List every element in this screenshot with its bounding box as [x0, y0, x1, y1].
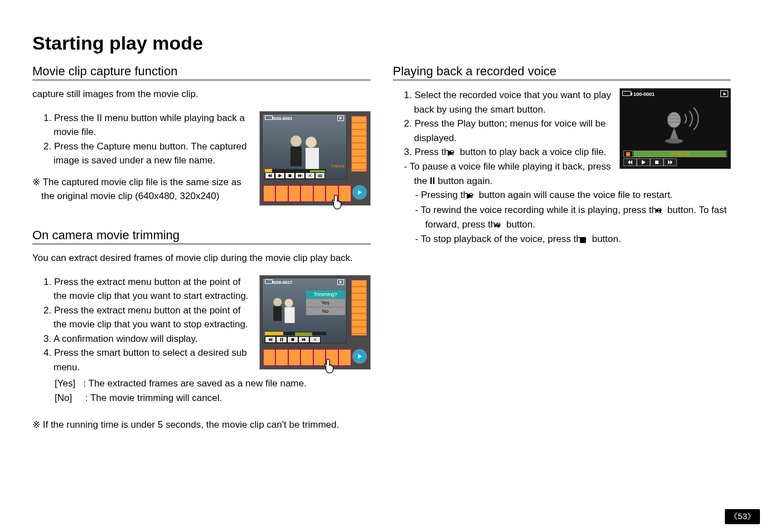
bottom-touch-strip — [263, 349, 367, 366]
svg-rect-8 — [288, 175, 291, 177]
voice-step-1: 1. Select the recorded voice that you wa… — [404, 88, 613, 117]
figure-movie-capture: 100-0001 00:00:15 Capture — [259, 111, 371, 206]
svg-marker-28 — [723, 92, 726, 95]
svg-marker-33 — [642, 160, 646, 165]
svg-rect-18 — [284, 307, 294, 323]
svg-rect-22 — [282, 338, 283, 341]
menu-yes: Yes — [306, 298, 345, 307]
rewind-icon — [265, 172, 275, 179]
playback-time: 00:00:06 — [633, 151, 726, 157]
finger-pointer-icon — [331, 194, 343, 212]
ok-button-icon — [352, 349, 367, 364]
side-touch-strip — [351, 116, 367, 172]
battery-icon — [265, 279, 273, 284]
step-3-trim: 3. A confirmation window will display. — [43, 332, 253, 346]
intro-trimming: You can extract desired frames of movie … — [32, 252, 371, 265]
svg-marker-20 — [270, 338, 272, 341]
svg-marker-7 — [278, 174, 282, 177]
svg-rect-34 — [655, 161, 658, 164]
svg-marker-0 — [340, 117, 342, 120]
svg-marker-26 — [358, 354, 362, 359]
svg-marker-19 — [268, 338, 270, 341]
step-2-capture: 2. Press the Capture menu button. The ca… — [43, 139, 253, 168]
bottom-touch-strip — [263, 185, 367, 202]
battery-icon — [265, 115, 273, 120]
svg-point-29 — [667, 112, 681, 128]
voice-step-2: 2. Press the Play button; menus for voic… — [404, 117, 613, 145]
svg-marker-36 — [670, 160, 672, 165]
forward-icon — [298, 336, 309, 343]
step-4-trim: 4. Press the smart button to select a de… — [43, 346, 253, 374]
trim-icon — [309, 336, 321, 343]
page-title: Starting play mode — [32, 32, 731, 54]
trimming-menu: Trimming? Yes No — [306, 291, 345, 315]
stop-icon — [285, 172, 295, 179]
svg-rect-21 — [280, 338, 281, 341]
menu-title: Trimming? — [306, 291, 345, 298]
playback-mode-icon — [337, 115, 344, 121]
battery-icon — [622, 91, 631, 96]
svg-point-12 — [319, 175, 320, 176]
svg-marker-32 — [630, 160, 632, 165]
trim-icon — [305, 172, 315, 179]
svg-marker-38 — [655, 209, 658, 212]
playback-time: 00:00:05 — [295, 332, 312, 336]
time-bar: 00:00:06 — [623, 151, 727, 157]
stop-indicator-icon — [624, 151, 633, 157]
capture-label: Capture — [331, 164, 345, 168]
svg-rect-16 — [273, 306, 282, 321]
svg-marker-13 — [358, 190, 362, 195]
svg-point-17 — [284, 299, 293, 307]
play-icon — [637, 158, 650, 166]
svg-rect-23 — [291, 338, 294, 341]
ok-button-icon — [352, 185, 367, 200]
photo-thumbnail — [267, 292, 301, 325]
rewind-icon — [623, 158, 637, 166]
note-trim-limit: ※ If the running time is under 5 seconds… — [32, 418, 371, 432]
voice-step-3: 3. Press the button to play back a voice… — [404, 145, 613, 159]
playback-controls — [265, 336, 321, 343]
section-heading-movie-capture: Movie clip capture function — [32, 64, 371, 80]
svg-rect-4 — [306, 148, 319, 169]
svg-marker-41 — [498, 223, 501, 227]
submenu-yes: [Yes] : The extracted frames are saved a… — [55, 376, 371, 391]
rewind-icon — [265, 336, 276, 343]
svg-marker-9 — [298, 174, 299, 177]
playback-mode-icon — [337, 279, 344, 285]
playback-controls — [265, 172, 325, 179]
photo-thumbnail — [282, 130, 327, 169]
svg-marker-35 — [668, 160, 670, 165]
play-icon — [275, 172, 285, 179]
svg-marker-24 — [302, 338, 303, 341]
svg-rect-42 — [580, 237, 585, 243]
submenu-no: [No] : The movie trimming will cancel. — [55, 391, 371, 405]
note-capture-size: ※ The captured movie clip file is the sa… — [32, 176, 253, 203]
voice-rewind-note: - To rewind the voice recording while it… — [415, 203, 732, 233]
stop-icon — [650, 158, 664, 166]
sound-waves-icon — [681, 107, 706, 133]
side-touch-strip — [351, 280, 367, 336]
playback-mode-icon — [720, 90, 728, 97]
file-id: 100-0001 — [274, 116, 293, 121]
figure-voice-playback: 100-0001 — [619, 88, 731, 169]
svg-marker-39 — [658, 209, 661, 212]
forward-icon — [664, 158, 677, 166]
section-heading-trimming: On camera movie trimming — [32, 228, 371, 244]
voice-stop-note: - To stop playback of the voice, press t… — [415, 232, 732, 246]
capture-icon — [315, 172, 325, 179]
svg-marker-25 — [304, 338, 306, 341]
page-number: 53 — [725, 509, 760, 524]
step-2-trim: 2. Press the extract menu button at the … — [43, 303, 253, 332]
pause-icon — [276, 336, 287, 343]
svg-marker-10 — [300, 174, 302, 177]
playback-controls — [623, 158, 677, 166]
forward-icon — [295, 172, 305, 179]
svg-marker-37 — [467, 193, 472, 199]
voice-restart-note: - Pressing the button again will cause t… — [415, 188, 732, 202]
svg-marker-40 — [495, 223, 497, 227]
figure-trimming: 100-0017 Trimming? Yes No — [259, 275, 371, 370]
file-id: 100-0001 — [633, 91, 655, 97]
finger-pointer-icon — [323, 358, 336, 376]
file-id: 100-0017 — [274, 280, 293, 285]
voice-pause-note: - To pause a voice file while playing it… — [404, 159, 613, 188]
